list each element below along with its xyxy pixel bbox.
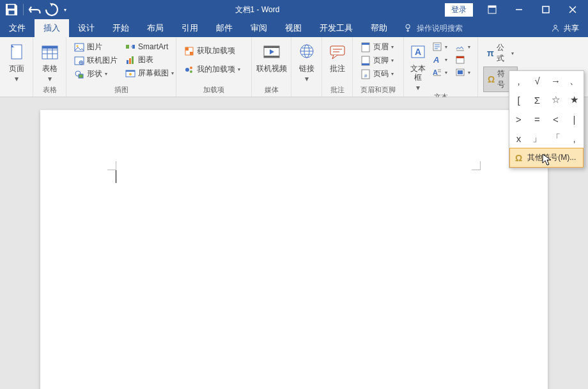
- svg-point-10: [77, 45, 79, 47]
- equation-button[interactable]: π 公式▾: [483, 41, 518, 65]
- group-pages: 页面 ▾: [0, 37, 33, 97]
- symbol-cell[interactable]: |: [565, 109, 584, 129]
- svg-text:A: A: [433, 55, 439, 65]
- tab-design[interactable]: 设计: [69, 19, 104, 37]
- signature-line-button[interactable]: ▾: [453, 41, 473, 52]
- pages-label: 页面: [9, 64, 24, 73]
- comment-button[interactable]: 批注: [326, 40, 348, 73]
- text-cursor: [116, 170, 116, 183]
- svg-point-26: [185, 68, 189, 72]
- document-area[interactable]: [0, 97, 588, 389]
- date-time-button[interactable]: [453, 54, 473, 65]
- quick-parts-button[interactable]: ▾: [429, 41, 450, 52]
- svg-rect-3: [543, 6, 549, 13]
- symbol-cell[interactable]: >: [509, 109, 528, 129]
- symbol-cell[interactable]: √: [528, 71, 546, 90]
- tell-me-label: 操作说明搜索: [417, 23, 463, 34]
- svg-text:A: A: [433, 68, 438, 76]
- svg-point-4: [406, 24, 410, 28]
- symbol-cell[interactable]: 」: [528, 129, 546, 148]
- my-addins-button[interactable]: 我的加载项▾: [182, 63, 243, 75]
- more-symbols-label: 其他符号(M)...: [527, 152, 576, 163]
- redo-button[interactable]: [44, 2, 59, 17]
- document-page[interactable]: [40, 110, 548, 389]
- symbol-dropdown-popup: ,√→、[Σ☆★>=<|x」「, Ω 其他符号(M)...: [509, 70, 584, 168]
- tab-view[interactable]: 视图: [276, 19, 311, 37]
- tab-layout[interactable]: 布局: [138, 19, 173, 37]
- more-symbols-button[interactable]: Ω 其他符号(M)...: [509, 148, 584, 168]
- symbol-cell[interactable]: [: [509, 90, 528, 109]
- footer-button[interactable]: 页脚▾: [358, 54, 396, 67]
- symbol-cell[interactable]: ☆: [546, 90, 565, 109]
- wordart-button[interactable]: A▾: [429, 54, 450, 65]
- group-links: 链接 ▾: [291, 37, 322, 97]
- chart-button[interactable]: 图表: [123, 54, 176, 66]
- symbol-cell[interactable]: ,: [565, 129, 584, 148]
- window-controls: 登录: [445, 1, 588, 19]
- tell-me-search[interactable]: 操作说明搜索: [396, 19, 470, 37]
- tab-mailings[interactable]: 邮件: [207, 19, 242, 37]
- page-number-button[interactable]: #页码▾: [358, 68, 396, 80]
- symbol-grid: ,√→、[Σ☆★>=<|x」「,: [509, 71, 584, 148]
- drop-cap-button[interactable]: A▾: [429, 67, 450, 78]
- tab-review[interactable]: 审阅: [242, 19, 276, 37]
- tab-references[interactable]: 引用: [173, 19, 207, 37]
- online-video-button[interactable]: 联机视频: [256, 40, 287, 73]
- close-button[interactable]: [560, 1, 585, 19]
- title-bar: ▾ 文档1 - Word 登录: [0, 0, 588, 19]
- tab-developer[interactable]: 开发工具: [311, 19, 362, 37]
- group-header-footer: 页眉▾ 页脚▾ #页码▾ 页眉和页脚: [353, 37, 404, 97]
- symbol-cell[interactable]: Σ: [528, 90, 546, 109]
- group-illustrations-label: 插图: [66, 85, 176, 97]
- symbol-cell[interactable]: x: [509, 129, 528, 148]
- ribbon-display-options-button[interactable]: [479, 1, 505, 19]
- symbol-cell[interactable]: =: [528, 109, 546, 129]
- table-button[interactable]: 表格 ▾: [37, 40, 62, 83]
- symbol-cell[interactable]: <: [546, 109, 565, 129]
- svg-rect-8: [42, 46, 58, 49]
- svg-rect-34: [330, 46, 344, 55]
- symbol-cell[interactable]: 、: [565, 71, 584, 90]
- omega-icon: Ω: [515, 153, 522, 163]
- get-addins-button[interactable]: 获取加载项: [182, 45, 243, 57]
- svg-text:A: A: [415, 47, 421, 57]
- share-label: 共享: [564, 23, 579, 34]
- tab-home[interactable]: 开始: [104, 19, 138, 37]
- qat-customize-dropdown[interactable]: ▾: [61, 2, 70, 17]
- tab-insert[interactable]: 插入: [35, 19, 69, 37]
- svg-rect-9: [75, 44, 84, 51]
- ribbon-tabs: 文件 插入 设计 开始 布局 引用 邮件 审阅 视图 开发工具 帮助 操作说明搜…: [0, 19, 588, 37]
- window-title: 文档1 - Word: [70, 4, 445, 15]
- symbol-cell[interactable]: 「: [546, 129, 565, 148]
- symbol-cell[interactable]: →: [546, 71, 565, 90]
- undo-button[interactable]: [27, 2, 43, 17]
- svg-rect-17: [127, 60, 128, 64]
- group-comments: 批注 批注: [322, 37, 353, 97]
- group-tables: 表格 ▾ 表格: [33, 37, 66, 97]
- tab-help[interactable]: 帮助: [362, 19, 396, 37]
- svg-point-27: [190, 67, 192, 69]
- links-button[interactable]: 链接 ▾: [295, 40, 318, 83]
- online-pictures-button[interactable]: 联机图片: [72, 54, 120, 67]
- pictures-button[interactable]: 图片: [72, 41, 120, 53]
- group-illustrations: 图片 联机图片 形状▾ SmartArt 图表 屏幕截图▾ 插图: [66, 37, 176, 97]
- object-button[interactable]: ▾: [453, 67, 473, 78]
- svg-point-28: [190, 70, 192, 73]
- svg-rect-19: [132, 56, 134, 64]
- symbol-cell[interactable]: ★: [565, 90, 584, 109]
- textbox-button[interactable]: A 文本框 ▾: [408, 40, 428, 92]
- tab-file[interactable]: 文件: [0, 19, 35, 37]
- save-button[interactable]: [4, 2, 19, 17]
- login-button[interactable]: 登录: [445, 3, 473, 17]
- group-comments-label: 批注: [322, 85, 352, 97]
- symbol-cell[interactable]: ,: [509, 71, 528, 90]
- minimize-button[interactable]: [506, 1, 532, 19]
- header-button[interactable]: 页眉▾: [358, 41, 396, 53]
- svg-point-22: [129, 73, 132, 75]
- screenshot-button[interactable]: 屏幕截图▾: [123, 67, 176, 79]
- maximize-button[interactable]: [533, 1, 559, 19]
- smartart-button[interactable]: SmartArt: [123, 41, 176, 52]
- share-button[interactable]: 共享: [542, 19, 588, 37]
- shapes-button[interactable]: 形状▾: [72, 68, 120, 80]
- pages-button[interactable]: 页面 ▾: [4, 40, 29, 83]
